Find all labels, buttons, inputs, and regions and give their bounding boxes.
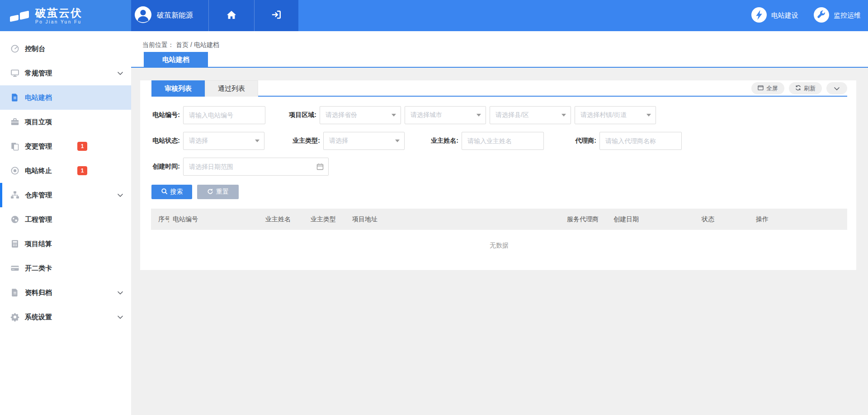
breadcrumb-prefix: 当前位置： bbox=[142, 41, 174, 48]
filter-form: 电站编号: 项目区域: 请选择省份 请选择城市 请选择县/区 请选择村镇/街道 … bbox=[140, 97, 856, 176]
sidebar-item-label: 常规管理 bbox=[25, 69, 52, 78]
col-service-agent: 服务代理商 bbox=[563, 209, 610, 230]
dashboard-icon bbox=[10, 44, 20, 54]
owner-name-label: 业主姓名: bbox=[427, 137, 458, 145]
sidebar-item-label: 电站建档 bbox=[25, 93, 52, 102]
sidebar-item-engineering-management[interactable]: 工程管理 bbox=[0, 207, 131, 232]
page-tab-station-filing[interactable]: 电站建档 bbox=[144, 52, 208, 67]
region-label: 项目区域: bbox=[285, 111, 316, 119]
county-placeholder: 请选择县/区 bbox=[495, 111, 529, 119]
search-label: 搜索 bbox=[170, 188, 183, 196]
logout-icon bbox=[271, 9, 282, 22]
chevron-down-icon bbox=[118, 316, 123, 319]
refresh-label: 刷新 bbox=[804, 84, 816, 93]
col-actions: 操作 bbox=[752, 209, 847, 230]
sidebar-item-change-management[interactable]: 变更管理 1 bbox=[0, 134, 131, 159]
top-header: 破茧云伏 Po Jian Yun Fu 破茧新能源 bbox=[0, 0, 868, 31]
chevron-down-icon bbox=[118, 194, 123, 197]
main-area: 当前位置：首页/电站建档 电站建档 审核列表 通过列表 全屏 bbox=[131, 31, 868, 415]
sidebar-item-type2-card[interactable]: 开二类卡 bbox=[0, 256, 131, 280]
col-owner-type: 业主类型 bbox=[307, 209, 349, 230]
calculator-icon bbox=[10, 239, 20, 249]
city-placeholder: 请选择城市 bbox=[410, 111, 442, 119]
search-button[interactable]: 搜索 bbox=[151, 185, 192, 199]
sidebar-item-data-archive[interactable]: 资料归档 bbox=[0, 280, 131, 305]
reset-label: 重置 bbox=[216, 188, 229, 196]
col-project-address: 项目地址 bbox=[349, 209, 563, 230]
create-time-label: 创建时间: bbox=[148, 163, 180, 171]
town-select[interactable]: 请选择村镇/街道 bbox=[575, 106, 656, 124]
agent-label: 代理商: bbox=[565, 137, 596, 145]
chart-icon bbox=[10, 214, 20, 224]
nav-station-construction[interactable]: 电站建设 bbox=[751, 7, 798, 24]
sitemap-icon bbox=[10, 190, 20, 200]
sidebar-item-system-settings[interactable]: 系统设置 bbox=[0, 305, 131, 329]
tab-passed-list[interactable]: 通过列表 bbox=[205, 80, 258, 97]
table-header-row: 序号 电站编号 业主姓名 业主类型 项目地址 服务代理商 创建日期 状态 操作 bbox=[151, 209, 847, 230]
refresh-button[interactable]: 刷新 bbox=[789, 82, 822, 94]
date-range-input[interactable] bbox=[183, 158, 329, 176]
chevron-down-icon bbox=[834, 85, 840, 92]
wrench-icon bbox=[814, 7, 829, 24]
empty-state: 无数据 bbox=[151, 230, 847, 250]
owner-type-placeholder: 请选择 bbox=[329, 137, 348, 145]
notification-badge: 1 bbox=[77, 166, 87, 175]
copy-icon bbox=[10, 141, 20, 151]
logo-title: 破茧云伏 bbox=[35, 7, 82, 19]
logo-subtitle: Po Jian Yun Fu bbox=[35, 19, 82, 24]
briefcase-icon bbox=[10, 117, 20, 127]
app-logo: 破茧云伏 Po Jian Yun Fu bbox=[0, 0, 131, 31]
reset-button[interactable]: 重置 bbox=[197, 185, 239, 199]
caret-down-icon bbox=[395, 140, 400, 142]
sidebar-item-general-management[interactable]: 常规管理 bbox=[0, 61, 131, 85]
caret-down-icon bbox=[392, 114, 396, 117]
sidebar-item-label: 系统设置 bbox=[25, 313, 52, 322]
station-status-select[interactable]: 请选择 bbox=[183, 132, 264, 150]
refresh-icon bbox=[795, 85, 801, 92]
tab-review-list[interactable]: 审核列表 bbox=[151, 80, 205, 97]
user-account[interactable]: 破茧新能源 bbox=[131, 0, 208, 31]
owner-name-input[interactable] bbox=[462, 132, 544, 150]
sidebar-item-warehouse-management[interactable]: 仓库管理 bbox=[0, 183, 131, 207]
caret-down-icon bbox=[646, 114, 651, 117]
home-button[interactable] bbox=[208, 0, 254, 31]
header-nav: 电站建设 监控运维 bbox=[298, 0, 868, 31]
gear-icon bbox=[10, 312, 20, 322]
col-create-date: 创建日期 bbox=[610, 209, 698, 230]
sidebar-item-station-filing[interactable]: 电站建档 bbox=[0, 85, 131, 110]
caret-down-icon bbox=[476, 114, 481, 117]
page-tabstrip: 电站建档 bbox=[131, 52, 868, 68]
sidebar-item-label: 电站终止 bbox=[25, 167, 52, 175]
province-select[interactable]: 请选择省份 bbox=[320, 106, 401, 124]
nav-label: 监控运维 bbox=[834, 11, 861, 20]
monitor-icon bbox=[10, 68, 20, 78]
breadcrumb-current: 电站建档 bbox=[194, 41, 219, 48]
nav-monitoring-ops[interactable]: 监控运维 bbox=[814, 7, 861, 24]
town-placeholder: 请选择村镇/街道 bbox=[580, 111, 627, 119]
content-area: 审核列表 通过列表 全屏 刷新 bbox=[131, 68, 868, 270]
col-status: 状态 bbox=[698, 209, 752, 230]
collapse-button[interactable] bbox=[826, 82, 847, 94]
home-icon bbox=[226, 9, 237, 22]
sidebar-item-station-termination[interactable]: 电站终止 1 bbox=[0, 159, 131, 183]
owner-type-select[interactable]: 请选择 bbox=[323, 132, 405, 150]
chevron-down-icon bbox=[118, 291, 123, 294]
county-select[interactable]: 请选择县/区 bbox=[490, 106, 571, 124]
city-select[interactable]: 请选择城市 bbox=[405, 106, 486, 124]
sidebar-item-project-settlement[interactable]: 项目结算 bbox=[0, 232, 131, 256]
sidebar-item-project-initiation[interactable]: 项目立项 bbox=[0, 110, 131, 134]
sidebar-item-console[interactable]: 控制台 bbox=[0, 37, 131, 61]
logo-mark-icon bbox=[9, 7, 30, 24]
fullscreen-button[interactable]: 全屏 bbox=[751, 82, 784, 94]
breadcrumb-separator: / bbox=[190, 41, 192, 48]
agent-input[interactable] bbox=[599, 132, 682, 150]
sidebar-item-label: 变更管理 bbox=[25, 142, 52, 151]
results-table: 序号 电站编号 业主姓名 业主类型 项目地址 服务代理商 创建日期 状态 操作 bbox=[151, 209, 847, 250]
avatar bbox=[135, 6, 151, 25]
breadcrumb-home-link[interactable]: 首页 bbox=[176, 41, 189, 48]
logout-button[interactable] bbox=[254, 0, 298, 31]
caret-down-icon bbox=[561, 114, 566, 117]
reset-icon bbox=[207, 188, 213, 196]
chevron-down-icon bbox=[118, 72, 123, 75]
station-code-input[interactable] bbox=[183, 106, 265, 124]
